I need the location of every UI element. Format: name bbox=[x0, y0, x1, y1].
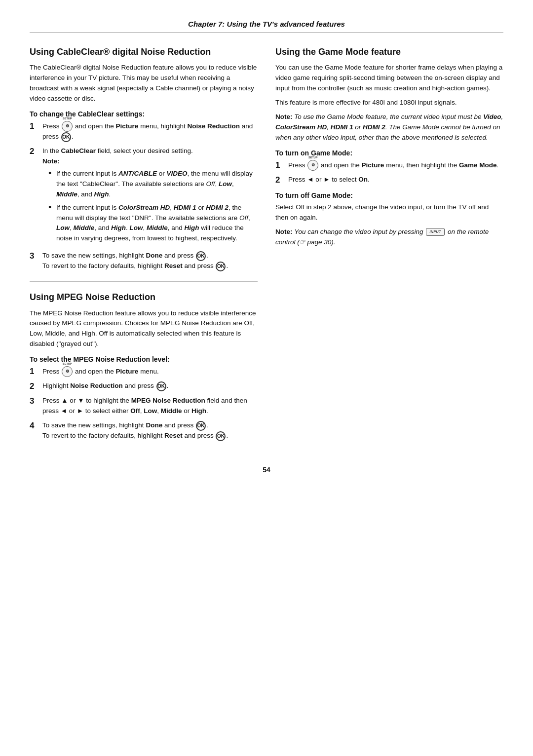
mpeg-step-1: 1 Press ⚙ and open the Picture menu. bbox=[30, 366, 258, 377]
game-mode-intro: You can use the Game Mode feature for sh… bbox=[275, 63, 503, 94]
turn-on-steps: 1 Press ⚙ and open the Picture menu, the… bbox=[275, 160, 503, 186]
mpeg-steps: 1 Press ⚙ and open the Picture menu. 2 H… bbox=[30, 366, 258, 441]
cableclear-section: Using CableClear® digital Noise Reductio… bbox=[30, 46, 258, 271]
step-content: In the CableClear field, select your des… bbox=[42, 146, 258, 247]
step-content: Highlight Noise Reduction and press OK. bbox=[42, 381, 258, 391]
cableclear-step-3: 3 To save the new settings, highlight Do… bbox=[30, 251, 258, 271]
mpeg-step-4: 4 To save the new settings, highlight Do… bbox=[30, 420, 258, 441]
step-content: Press ◄ or ► to select On. bbox=[288, 175, 503, 185]
turn-on-step-2: 2 Press ◄ or ► to select On. bbox=[275, 175, 503, 186]
game-mode-title: Using the Game Mode feature bbox=[275, 46, 503, 58]
ok-icon: OK bbox=[216, 431, 226, 441]
bullet-text: If the current input is ANT/CABLE or VID… bbox=[56, 169, 258, 200]
chapter-header: Chapter 7: Using the TV's advanced featu… bbox=[30, 20, 503, 33]
ok-icon: OK bbox=[196, 251, 206, 261]
step-content: Press ⚙ and open the Picture menu. bbox=[42, 366, 258, 377]
cableclear-bullets: • If the current input is ANT/CABLE or V… bbox=[48, 169, 258, 244]
step-num: 2 bbox=[275, 175, 284, 186]
step-num: 3 bbox=[30, 251, 38, 262]
mpeg-step-2: 2 Highlight Noise Reduction and press OK… bbox=[30, 381, 258, 392]
ok-icon: OK bbox=[61, 132, 71, 142]
setup-icon: ⚙ bbox=[307, 160, 318, 171]
mpeg-intro: The MPEG Noise Reduction feature allows … bbox=[30, 308, 258, 350]
cableclear-step-1: 1 Press ⚙ and open the Picture menu, hig… bbox=[30, 121, 258, 142]
note-label: Note: bbox=[42, 157, 60, 165]
game-mode-note: Note: To use the Game Mode feature, the … bbox=[275, 112, 503, 143]
right-column: Using the Game Mode feature You can use … bbox=[275, 46, 503, 451]
game-mode-section: Using the Game Mode feature You can use … bbox=[275, 46, 503, 248]
ok-icon: OK bbox=[196, 421, 206, 431]
divider bbox=[30, 281, 258, 282]
mpeg-step-3: 3 Press ▲ or ▼ to highlight the MPEG Noi… bbox=[30, 396, 258, 416]
step-content: Press ▲ or ▼ to highlight the MPEG Noise… bbox=[42, 396, 258, 416]
cableclear-steps: 1 Press ⚙ and open the Picture menu, hig… bbox=[30, 121, 258, 271]
ok-icon: OK bbox=[156, 381, 166, 391]
mpeg-title: Using MPEG Noise Reduction bbox=[30, 292, 258, 303]
bullet-item-1: • If the current input is ANT/CABLE or V… bbox=[48, 169, 258, 200]
turn-off-text: Select Off in step 2 above, change the v… bbox=[275, 202, 503, 223]
step-content: Press ⚙ and open the Picture menu, then … bbox=[288, 160, 503, 171]
left-column: Using CableClear® digital Noise Reductio… bbox=[30, 46, 258, 451]
page-number: 54 bbox=[30, 466, 503, 474]
bullet-item-2: • If the current input is ColorStream HD… bbox=[48, 203, 258, 244]
step-num: 2 bbox=[30, 381, 38, 392]
step-num: 1 bbox=[30, 366, 38, 377]
chapter-header-text: Chapter 7: Using the TV's advanced featu… bbox=[188, 20, 345, 28]
step-content: To save the new settings, highlight Done… bbox=[42, 251, 258, 271]
bullet-dot: • bbox=[48, 203, 53, 213]
step-num: 2 bbox=[30, 146, 38, 157]
ok-icon: OK bbox=[216, 262, 226, 271]
step-num: 3 bbox=[30, 396, 38, 407]
bullet-dot: • bbox=[48, 169, 53, 179]
input-icon: INPUT bbox=[426, 228, 445, 236]
step-content: Press ⚙ and open the Picture menu, highl… bbox=[42, 121, 258, 142]
step-num: 4 bbox=[30, 420, 38, 431]
step-num: 1 bbox=[275, 160, 284, 171]
turn-off-title: To turn off Game Mode: bbox=[275, 191, 503, 199]
main-content: Using CableClear® digital Noise Reductio… bbox=[30, 46, 503, 451]
cableclear-step-2: 2 In the CableClear field, select your d… bbox=[30, 146, 258, 247]
step-num: 1 bbox=[30, 121, 38, 132]
page-number-text: 54 bbox=[263, 466, 270, 474]
cableclear-title: Using CableClear® digital Noise Reductio… bbox=[30, 46, 258, 58]
bullet-text: If the current input is ColorStream HD, … bbox=[56, 203, 258, 244]
game-mode-intro2: This feature is more effective for 480i … bbox=[275, 98, 503, 108]
step-content: To save the new settings, highlight Done… bbox=[42, 420, 258, 441]
setup-icon: ⚙ bbox=[62, 121, 73, 132]
setup-icon: ⚙ bbox=[62, 366, 73, 377]
mpeg-section: Using MPEG Noise Reduction The MPEG Nois… bbox=[30, 292, 258, 441]
game-mode-bottom-note: Note: You can change the video input by … bbox=[275, 227, 503, 248]
turn-on-step-1: 1 Press ⚙ and open the Picture menu, the… bbox=[275, 160, 503, 171]
cableclear-intro: The CableClear® digital Noise Reduction … bbox=[30, 63, 258, 104]
